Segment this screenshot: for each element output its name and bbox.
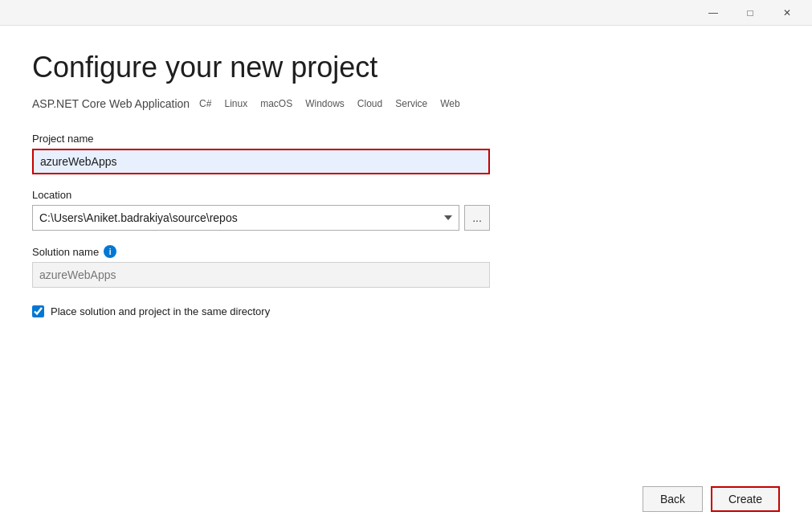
main-content: Configure your new project ASP.NET Core … <box>0 26 812 473</box>
location-group: Location C:\Users\Aniket.badrakiya\sourc… <box>32 189 780 231</box>
footer: Back Create <box>0 473 812 528</box>
solution-name-label: Solution name i <box>32 245 780 258</box>
project-name-label: Project name <box>32 133 780 145</box>
tag-csharp: C# <box>199 98 211 109</box>
tag-linux: Linux <box>224 98 247 109</box>
location-select[interactable]: C:\Users\Aniket.badrakiya\source\repos <box>32 205 459 231</box>
back-button[interactable]: Back <box>643 486 703 512</box>
tag-cloud: Cloud <box>357 98 382 109</box>
location-label: Location <box>32 189 780 201</box>
subtitle-row: ASP.NET Core Web Application C# Linux ma… <box>32 97 780 110</box>
location-row: C:\Users\Aniket.badrakiya\source\repos .… <box>32 205 780 231</box>
maximize-button[interactable]: □ <box>732 0 769 26</box>
same-directory-row: Place solution and project in the same d… <box>32 305 780 317</box>
tag-windows: Windows <box>305 98 345 109</box>
app-type-label: ASP.NET Core Web Application <box>32 97 190 110</box>
solution-name-input[interactable] <box>32 262 490 288</box>
solution-name-group: Solution name i <box>32 245 780 288</box>
project-name-input[interactable] <box>32 149 490 174</box>
browse-button[interactable]: ... <box>464 205 490 231</box>
tag-web: Web <box>440 98 459 109</box>
same-directory-checkbox[interactable] <box>32 305 44 317</box>
minimize-button[interactable]: — <box>695 0 732 26</box>
project-name-group: Project name <box>32 133 780 174</box>
form: Project name Location C:\Users\Aniket.ba… <box>32 133 780 317</box>
tag-service: Service <box>395 98 427 109</box>
same-directory-label[interactable]: Place solution and project in the same d… <box>51 305 270 317</box>
titlebar: — □ ✕ <box>0 0 812 26</box>
page-title: Configure your new project <box>32 50 780 84</box>
close-button[interactable]: ✕ <box>769 0 806 26</box>
solution-name-text: Solution name <box>32 246 99 258</box>
create-button[interactable]: Create <box>711 486 780 512</box>
info-icon[interactable]: i <box>104 245 116 258</box>
tag-macos: macOS <box>260 98 292 109</box>
dialog-window: — □ ✕ Configure your new project ASP.NET… <box>0 0 812 528</box>
